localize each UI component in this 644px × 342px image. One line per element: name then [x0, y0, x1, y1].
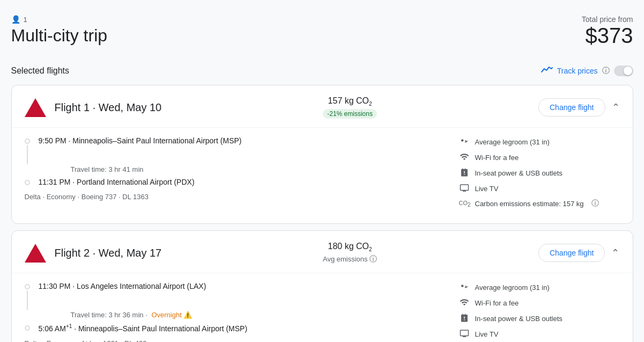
page-title: Multi-city trip	[11, 26, 108, 46]
flight-1-details: Delta · Economy · Boeing 737 · DL 1363	[25, 193, 438, 201]
track-prices-text[interactable]: Track prices	[557, 67, 598, 75]
person-icon: 👤	[11, 15, 20, 24]
flight-2-chevron-icon[interactable]: ⌃	[611, 247, 619, 259]
flight-2-departure-time: 11:30 PM	[39, 282, 71, 290]
flight-2-emissions: 180 kg CO2 Avg emissions ⓘ	[323, 242, 377, 264]
flight-1-itinerary: 9:50 PM · Minneapolis–Saint Paul Interna…	[25, 136, 438, 213]
flight-1-carbon-text: Carbon emissions estimate: 157 kg	[475, 200, 584, 208]
avg-emissions-info-icon[interactable]: ⓘ	[369, 254, 377, 263]
flight-2-arrival-row: 5:06 AM+1 · Minneapolis–Saint Paul Inter…	[25, 323, 438, 333]
change-flight-1-button[interactable]: Change flight	[538, 98, 605, 117]
total-price: $373	[582, 24, 633, 48]
flight-1-travel-time: Travel time: 3 hr 41 min	[71, 165, 438, 173]
delta-logo-1	[25, 97, 46, 118]
stop-indicator-top	[25, 136, 30, 165]
passenger-count: 1	[24, 16, 27, 24]
flight-2-co2: 180 kg CO2	[323, 242, 377, 252]
flight-2-amenities: Average legroom (31 in) Wi-Fi for a fee …	[459, 282, 620, 342]
carbon-info-icon-1[interactable]: ⓘ	[591, 199, 599, 208]
track-prices-info-icon[interactable]: ⓘ	[602, 66, 610, 76]
stop-dot-2	[25, 180, 30, 185]
page-container: 👤 1 Multi-city trip Total price from $37…	[11, 11, 633, 342]
delta-logo-2	[25, 242, 46, 264]
flight-2-power-text: In-seat power & USB outlets	[475, 315, 562, 323]
track-prices-section: Track prices ⓘ	[541, 65, 633, 76]
flight-2-header: Flight 2 · Wed, May 17 180 kg CO2 Avg em…	[12, 231, 633, 273]
power-icon-2	[459, 313, 470, 324]
flight-1-legroom-text: Average legroom (31 in)	[475, 138, 550, 146]
track-prices-toggle[interactable]	[614, 66, 633, 76]
stop-indicator-bottom	[25, 178, 30, 185]
header-left: 👤 1 Multi-city trip	[11, 15, 108, 46]
tv-icon	[459, 183, 470, 194]
overnight-badge: Overnight ⚠️	[151, 311, 192, 319]
tv-icon-2	[459, 329, 470, 340]
flight-1-emissions: 157 kg CO2 -21% emissions	[323, 96, 377, 119]
flight-1-departure-time: 9:50 PM	[39, 136, 66, 145]
flight-2-legroom: Average legroom (31 in)	[459, 282, 620, 293]
flight-1-emissions-badge: -21% emissions	[323, 109, 377, 119]
selected-flights-title: Selected flights	[11, 66, 70, 76]
stop-dot-3	[25, 284, 30, 289]
passenger-row: 👤 1	[11, 15, 108, 24]
stop-line-1	[27, 145, 28, 164]
wifi-icon	[459, 152, 470, 163]
change-flight-2-button[interactable]: Change flight	[538, 244, 605, 262]
flight-1-arrival-airport: · Portland International Airport (PDX)	[72, 178, 194, 186]
flight-1-chevron-icon[interactable]: ⌃	[612, 101, 620, 113]
flight-2-legroom-text: Average legroom (31 in)	[475, 283, 550, 292]
flight-1-actions: Change flight ⌃	[538, 98, 620, 117]
flight-2-body: 11:30 PM · Los Angeles International Air…	[12, 273, 633, 342]
flight-1-arrival-time: 11:31 PM	[39, 178, 71, 186]
flight-1-carbon: CO2 Carbon emissions estimate: 157 kg ⓘ	[459, 199, 620, 208]
selected-flights-header: Selected flights Track prices ⓘ	[11, 65, 633, 76]
flight-1-legroom: Average legroom (31 in)	[459, 136, 620, 148]
flight-1-departure-airport: · Minneapolis–Saint Paul International A…	[69, 136, 242, 145]
flight-2-travel-time: Travel time: 3 hr 36 min · Overnight ⚠️	[71, 311, 438, 319]
co2-icon-1: CO2	[459, 200, 470, 208]
flight-1-title: Flight 1 · Wed, May 10	[55, 101, 162, 114]
flight-1-header: Flight 1 · Wed, May 10 157 kg CO2 -21% e…	[12, 85, 633, 128]
flight-1-power: In-seat power & USB outlets	[459, 168, 620, 179]
flight-1-power-text: In-seat power & USB outlets	[475, 169, 562, 177]
flight-1-tv: Live TV	[459, 183, 620, 194]
flight-card-1: Flight 1 · Wed, May 10 157 kg CO2 -21% e…	[11, 85, 633, 224]
flight-2-tv-text: Live TV	[475, 330, 499, 338]
flight-2-details: Delta · Economy · Airbus A321 · DL 430	[25, 339, 438, 342]
stop-indicator-bottom-2	[25, 323, 30, 331]
flight-1-arrival-row: 11:31 PM · Portland International Airpor…	[25, 178, 438, 186]
flight-1-wifi: Wi-Fi for a fee	[459, 152, 620, 163]
flight-2-departure-airport: · Los Angeles International Airport (LAX…	[72, 282, 206, 290]
flight-1-departure-row: 9:50 PM · Minneapolis–Saint Paul Interna…	[25, 136, 438, 165]
stop-line-2	[27, 290, 28, 310]
track-prices-icon	[541, 65, 553, 76]
flight-1-header-left: Flight 1 · Wed, May 10	[25, 97, 162, 118]
stop-indicator-top-2	[25, 282, 30, 311]
flight-2-departure-row: 11:30 PM · Los Angeles International Air…	[25, 282, 438, 311]
stop-dot-1	[25, 139, 30, 144]
flight-2-wifi: Wi-Fi for a fee	[459, 297, 620, 309]
flight-2-wifi-text: Wi-Fi for a fee	[475, 299, 519, 307]
flight-2-itinerary: 11:30 PM · Los Angeles International Air…	[25, 282, 438, 342]
flight-2-avg-emissions: Avg emissions ⓘ	[323, 254, 377, 264]
flight-1-wifi-text: Wi-Fi for a fee	[475, 154, 519, 162]
flight-2-actions: Change flight ⌃	[538, 244, 620, 262]
flight-2-arrival-time: 5:06 AM+1	[39, 324, 72, 333]
flight-1-tv-text: Live TV	[475, 185, 499, 193]
flight-2-title: Flight 2 · Wed, May 17	[55, 247, 162, 259]
header-right: Total price from $373	[582, 15, 633, 48]
legroom-icon	[459, 136, 470, 148]
flight-1-co2: 157 kg CO2	[323, 96, 377, 107]
wifi-icon-2	[459, 297, 470, 309]
flight-2-power: In-seat power & USB outlets	[459, 313, 620, 324]
flight-1-body: 9:50 PM · Minneapolis–Saint Paul Interna…	[12, 128, 633, 223]
flight-card-2: Flight 2 · Wed, May 17 180 kg CO2 Avg em…	[11, 230, 633, 342]
legroom-icon-2	[459, 282, 470, 293]
flight-1-amenities: Average legroom (31 in) Wi-Fi for a fee …	[459, 136, 620, 213]
total-price-label: Total price from	[582, 15, 633, 24]
page-header: 👤 1 Multi-city trip Total price from $37…	[11, 11, 633, 52]
flight-2-header-left: Flight 2 · Wed, May 17	[25, 242, 162, 264]
flight-2-arrival-airport: · Minneapolis–Saint Paul International A…	[74, 324, 247, 333]
power-icon	[459, 168, 470, 179]
flight-2-tv: Live TV	[459, 329, 620, 340]
